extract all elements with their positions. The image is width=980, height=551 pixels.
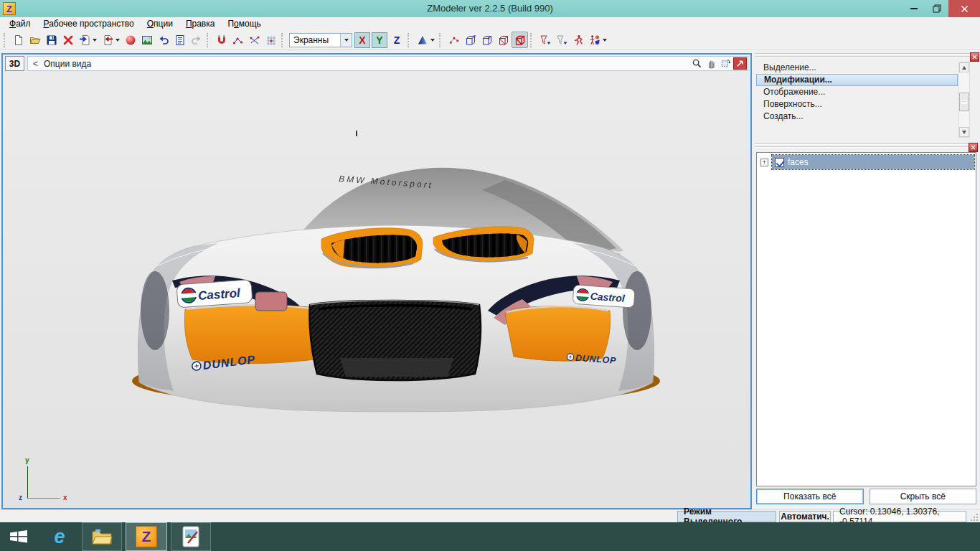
select-edges-mode-button[interactable]	[462, 32, 479, 48]
svg-text:Castrol: Castrol	[590, 291, 626, 304]
material-sphere-button[interactable]	[122, 32, 138, 48]
close-button[interactable]	[948, 0, 980, 17]
back-arrow[interactable]: <	[28, 59, 44, 69]
orbit-tool-button[interactable]	[719, 57, 732, 70]
menu-options[interactable]: Опции	[141, 18, 179, 29]
zoom-tool-button[interactable]	[690, 57, 704, 70]
save-button[interactable]	[43, 32, 60, 48]
command-display[interactable]: Отображение...	[756, 86, 958, 98]
select-objects-mode-button[interactable]	[512, 32, 528, 48]
cursor-coordinates: Cursor: 0.13046, 1.30376, -0.57114	[833, 511, 966, 522]
axis-x-button[interactable]: X	[354, 32, 370, 48]
command-surface[interactable]: Поверхность...	[756, 98, 958, 110]
maximize-view-button[interactable]	[733, 57, 747, 70]
axis-z-label: z	[19, 494, 22, 501]
orbit-icon	[720, 58, 731, 69]
menu-edit[interactable]: Правка	[179, 18, 222, 29]
toolbar-grip[interactable]	[407, 33, 412, 47]
snap-grid-icon	[265, 34, 277, 46]
show-all-button[interactable]: Показать всё	[756, 489, 864, 504]
start-button[interactable]	[0, 522, 37, 551]
break-vertices-icon	[249, 34, 260, 46]
toolbar-grip[interactable]	[439, 33, 443, 47]
primitive-dropdown-arrow[interactable]	[430, 39, 435, 42]
axis-y-button[interactable]: Y	[372, 32, 387, 48]
log-document-button[interactable]	[171, 32, 188, 48]
export-button[interactable]	[99, 32, 116, 48]
zmodeler-taskbar-button[interactable]: Z	[126, 522, 167, 551]
resize-grip[interactable]	[970, 513, 978, 521]
import-dropdown-arrow[interactable]	[93, 39, 97, 42]
person-dropdown-arrow[interactable]	[603, 39, 607, 42]
break-vertices-button[interactable]	[246, 32, 263, 48]
toolbar-grip[interactable]	[281, 33, 286, 47]
command-create[interactable]: Создать...	[756, 110, 958, 123]
select-faces-mode-button[interactable]	[479, 32, 495, 48]
new-file-button[interactable]	[10, 32, 27, 48]
view-options-bar[interactable]: < Опции вида	[27, 56, 748, 71]
close-tree-panel-button[interactable]	[969, 143, 978, 152]
minimize-icon	[910, 8, 918, 9]
axis-z-button[interactable]: Z	[389, 32, 405, 48]
view-mode-combo[interactable]: Экранны	[289, 33, 352, 47]
select-objects-icon	[514, 34, 526, 46]
toolbar-grip[interactable]	[530, 33, 534, 47]
redo-button[interactable]	[188, 32, 204, 48]
selected-mode-toggle[interactable]: Режим Выделенного	[677, 511, 776, 522]
file-explorer-button[interactable]	[82, 522, 122, 551]
delete-icon	[62, 34, 74, 46]
minimize-button[interactable]	[903, 0, 925, 17]
commands-scrollbar[interactable]	[958, 62, 970, 138]
combo-dropdown-button[interactable]	[340, 34, 352, 47]
paint-button[interactable]	[171, 522, 211, 551]
cone-primitive-button[interactable]	[414, 32, 430, 48]
animation-person-button[interactable]	[570, 32, 586, 48]
magnet-button[interactable]	[213, 32, 230, 48]
internet-explorer-button[interactable]: e	[40, 522, 79, 551]
material-sphere-icon	[125, 34, 136, 46]
viewport-canvas[interactable]: BMW Motorsport	[3, 72, 750, 508]
skin-paint-button[interactable]	[586, 32, 603, 48]
select-vertices-mode-button[interactable]	[446, 32, 462, 48]
pan-tool-button[interactable]	[705, 57, 718, 70]
castrol-logo-right: Castrol	[573, 285, 635, 308]
scene-tree[interactable]: + faces	[756, 152, 976, 486]
menu-bar: Файл Рабочее пространство Опции Правка П…	[0, 17, 980, 30]
visibility-checkbox[interactable]	[775, 158, 784, 167]
castrol-logo-left: Castrol	[176, 280, 253, 308]
tree-item-selected[interactable]: faces	[772, 155, 974, 169]
panel-grip[interactable]	[755, 146, 979, 148]
tree-row-faces[interactable]: + faces	[758, 155, 974, 169]
command-modifiers[interactable]: Модификации...	[756, 74, 958, 86]
menu-workspace[interactable]: Рабочее пространство	[37, 18, 141, 29]
snap-grid-button[interactable]	[263, 32, 279, 48]
import-button[interactable]	[76, 32, 93, 48]
menu-file[interactable]: Файл	[3, 18, 37, 29]
scroll-thumb[interactable]	[959, 93, 969, 111]
restore-button[interactable]	[925, 0, 948, 17]
scroll-down-button[interactable]	[959, 127, 969, 137]
close-commands-panel-button[interactable]	[970, 52, 979, 62]
view-mode-3d-button[interactable]: 3D	[5, 56, 24, 71]
menu-help[interactable]: Помощь	[221, 18, 267, 29]
panel-grip[interactable]	[755, 53, 970, 55]
texture-browser-button[interactable]	[138, 32, 155, 48]
view-options-label[interactable]: Опции вида	[44, 59, 91, 69]
toolbar-grip[interactable]	[207, 33, 211, 47]
detach-filter-red-button[interactable]	[537, 32, 553, 48]
weld-vertices-button[interactable]	[230, 32, 246, 48]
delete-button[interactable]	[60, 32, 76, 48]
toolbar-grip[interactable]	[4, 33, 8, 47]
undo-button[interactable]	[155, 32, 171, 48]
scroll-up-button[interactable]	[959, 62, 969, 72]
tree-expand-button[interactable]: +	[760, 159, 768, 166]
automatic-toggle[interactable]: Автоматич.	[779, 511, 831, 522]
command-selection[interactable]: Выделение...	[756, 62, 958, 74]
panel-grip[interactable]	[755, 56, 970, 57]
hide-all-button[interactable]: Скрыть всё	[870, 489, 977, 504]
export-dropdown-arrow[interactable]	[116, 39, 120, 42]
detach-filter-gray-button[interactable]	[553, 32, 570, 48]
open-file-button[interactable]	[27, 32, 43, 48]
select-polygons-mode-button[interactable]	[495, 32, 512, 48]
panel-grip[interactable]	[755, 143, 979, 145]
